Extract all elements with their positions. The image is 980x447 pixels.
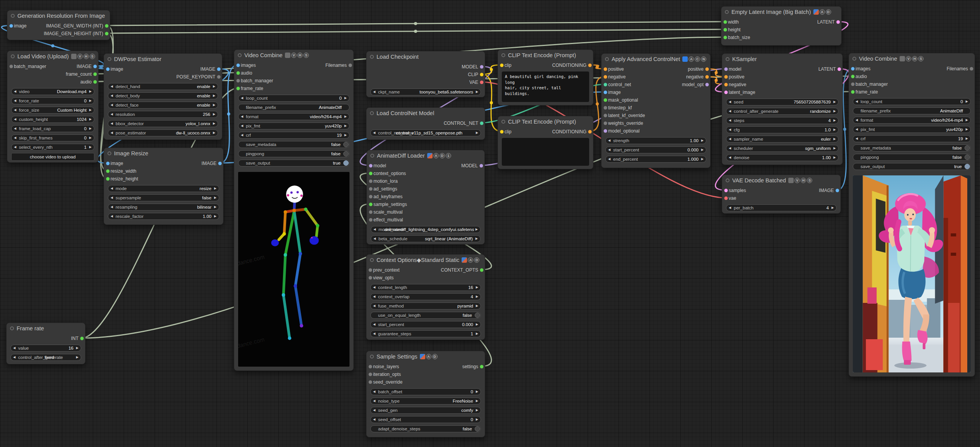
context_length-widget[interactable]: ◀▶context_length16 <box>370 284 481 291</box>
input-slot-negative[interactable] <box>724 83 728 87</box>
control_after_generate-widget[interactable]: ◀▶control_after_generatefixed <box>10 354 81 361</box>
input-slot-positive[interactable] <box>724 75 728 79</box>
toggle-knob[interactable] <box>475 426 480 432</box>
input-slot-image[interactable] <box>106 162 110 165</box>
input-slot-noise_layers[interactable] <box>369 365 372 369</box>
pix_fmt-widget[interactable]: ◀▶pix_fmtyuv420p <box>238 122 349 129</box>
output-slot-CONDITIONING[interactable] <box>588 64 592 67</box>
combo-left-arrow-icon[interactable]: ◀ <box>856 99 858 105</box>
input-slot-samples[interactable] <box>724 189 728 192</box>
end_percent-widget[interactable]: ◀▶end_percent1.000 <box>605 156 706 163</box>
node-title-bar[interactable]: AnimateDiff LoaderAD1 <box>367 150 484 161</box>
denoise-widget[interactable]: ◀▶denoise1.00 <box>726 154 839 161</box>
node-title-bar[interactable]: Video CombineVHS <box>234 50 353 61</box>
input-slot-latent_image[interactable] <box>724 91 728 94</box>
combo-left-arrow-icon[interactable]: ◀ <box>111 83 113 90</box>
detect_hand-widget[interactable]: ◀▶detect_handenable <box>108 83 218 90</box>
combo-left-arrow-icon[interactable]: ◀ <box>373 303 375 309</box>
pose_estimator-widget[interactable]: ◀▶pose_estimatordw-ll_ucoco.onnx <box>108 129 218 136</box>
input-slot-batch_manager[interactable] <box>851 83 855 86</box>
collapse-dot-icon[interactable] <box>726 57 729 61</box>
input-slot-image[interactable] <box>10 24 13 28</box>
skip_first_frames-widget[interactable]: ◀▶skip_first_frames0 <box>11 134 94 141</box>
combo-right-arrow-icon[interactable]: ▶ <box>966 126 968 133</box>
collapse-dot-icon[interactable] <box>370 55 374 59</box>
combo-right-arrow-icon[interactable]: ▶ <box>833 117 836 124</box>
resampling-widget[interactable]: ◀▶resamplingbilinear <box>108 204 219 211</box>
clippos-node[interactable]: CLIP Text Encode (Prompt)clipCONDITIONIN… <box>498 49 593 105</box>
combo-left-arrow-icon[interactable]: ◀ <box>14 135 16 141</box>
loop_count-widget[interactable]: ◀▶loop_count0 <box>238 95 349 102</box>
combo-right-arrow-icon[interactable]: ▶ <box>476 416 478 423</box>
combo-left-arrow-icon[interactable]: ◀ <box>14 107 16 113</box>
combo-right-arrow-icon[interactable]: ▶ <box>476 389 478 395</box>
vaedec-node[interactable]: VAE Decode BatchedVHSsamplesvaeIMAGE◀▶pe… <box>722 175 841 214</box>
collapse-dot-icon[interactable] <box>11 54 15 58</box>
combo-left-arrow-icon[interactable]: ◀ <box>13 345 15 351</box>
toggle-knob[interactable] <box>965 164 970 169</box>
node-title-bar[interactable]: Load Checkpoint <box>366 51 485 62</box>
combo-left-arrow-icon[interactable]: ◀ <box>14 98 16 104</box>
steps-widget[interactable]: ◀▶steps4 <box>726 117 839 124</box>
combo-left-arrow-icon[interactable]: ◀ <box>13 354 15 360</box>
combo-left-arrow-icon[interactable]: ◀ <box>373 389 375 395</box>
combo-right-arrow-icon[interactable]: ▶ <box>476 303 478 309</box>
combo-left-arrow-icon[interactable]: ◀ <box>729 108 731 114</box>
node-title-bar[interactable]: Apply Advanced ControlNetACN <box>602 54 710 65</box>
crf-widget[interactable]: ◀▶crf19 <box>853 135 971 142</box>
input-slot-model[interactable] <box>724 68 728 71</box>
input-slot-audio[interactable] <box>237 71 240 75</box>
detect_body-widget[interactable]: ◀▶detect_bodyenable <box>108 92 218 99</box>
input-slot-sample_settings[interactable] <box>369 203 373 206</box>
control_net_name-widget[interactable]: ◀▶control_net_namecontrol_v11p_sd15_open… <box>370 129 481 136</box>
combo-left-arrow-icon[interactable]: ◀ <box>729 117 731 124</box>
custom_height-widget[interactable]: ◀▶custom_height1024 <box>11 116 94 123</box>
combo-left-arrow-icon[interactable]: ◀ <box>111 204 113 210</box>
collapse-dot-icon[interactable] <box>238 53 242 57</box>
output-slot-POSE_KEYPOINT[interactable] <box>217 75 221 79</box>
mode-widget[interactable]: ◀▶moderesize <box>108 185 219 192</box>
collapse-dot-icon[interactable] <box>10 326 14 330</box>
toggle-knob[interactable] <box>965 145 970 151</box>
sset-node[interactable]: Sample SettingsADnoise_layersiteration_o… <box>366 351 485 437</box>
input-slot-model[interactable] <box>369 164 373 168</box>
use_on_equal_length-widget[interactable]: use_on_equal_lengthfalse <box>370 312 481 319</box>
input-slot-image[interactable] <box>604 91 607 94</box>
noise_type-widget[interactable]: ◀▶noise_typeFreeNoise <box>370 398 481 405</box>
combo-left-arrow-icon[interactable]: ◀ <box>241 132 243 138</box>
combo-right-arrow-icon[interactable]: ▶ <box>76 345 78 351</box>
combo-left-arrow-icon[interactable]: ◀ <box>856 136 858 142</box>
combo-right-arrow-icon[interactable]: ▶ <box>76 354 78 360</box>
supersample-widget[interactable]: ◀▶supersamplefalse <box>108 194 219 201</box>
input-slot-ad_keyframes[interactable] <box>369 195 373 199</box>
input-slot-timestep_kf[interactable] <box>604 106 607 110</box>
start_percent-widget[interactable]: ◀▶start_percent0.000 <box>605 146 706 153</box>
guarantee_steps-widget[interactable]: ◀▶guarantee_steps1 <box>370 330 481 337</box>
combo-right-arrow-icon[interactable]: ▶ <box>833 99 836 105</box>
combo-left-arrow-icon[interactable]: ◀ <box>729 99 731 105</box>
toggle-knob[interactable] <box>965 155 970 160</box>
combo-right-arrow-icon[interactable]: ▶ <box>832 205 834 211</box>
combo-right-arrow-icon[interactable]: ▶ <box>476 331 478 337</box>
combo-left-arrow-icon[interactable]: ◀ <box>111 111 113 117</box>
input-slot-iteration_opts[interactable] <box>369 373 372 376</box>
collapse-dot-icon[interactable] <box>501 53 505 57</box>
node-title-bar[interactable]: KSampler <box>722 54 842 65</box>
input-slot-seed_override[interactable] <box>369 381 372 384</box>
combo-right-arrow-icon[interactable]: ▶ <box>476 407 478 413</box>
input-slot-batch_size[interactable] <box>724 36 727 39</box>
sampler_name-widget[interactable]: ◀▶sampler_nameeuler <box>726 136 839 143</box>
output-slot-Filenames[interactable] <box>349 64 352 67</box>
output-slot-settings[interactable] <box>480 365 484 369</box>
combo-left-arrow-icon[interactable]: ◀ <box>856 117 858 123</box>
cfg-widget[interactable]: ◀▶cfg1.0 <box>726 126 839 133</box>
input-slot-images[interactable] <box>237 64 240 67</box>
node-title-bar[interactable]: Video CombineVHS <box>849 53 975 64</box>
combo-left-arrow-icon[interactable]: ◀ <box>729 155 731 161</box>
combo-right-arrow-icon[interactable]: ▶ <box>701 138 704 144</box>
combo-left-arrow-icon[interactable]: ◀ <box>111 121 113 127</box>
input-slot-weights_override[interactable] <box>604 122 607 125</box>
crf-widget[interactable]: ◀▶crf19 <box>238 132 349 139</box>
output-slot-model_opt[interactable] <box>706 83 709 87</box>
dwpose-node[interactable]: DWPose EstimatorimageIMAGEPOSE_KEYPOINT◀… <box>104 53 222 140</box>
